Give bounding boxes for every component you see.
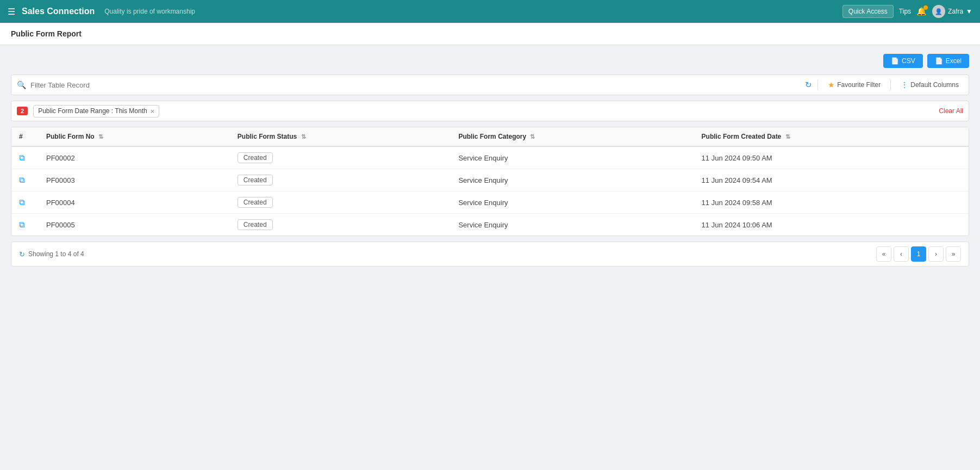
- search-input[interactable]: [30, 81, 801, 89]
- menu-icon[interactable]: ☰: [8, 7, 15, 17]
- row-status: Created: [230, 214, 451, 236]
- row-created-date: 11 Jun 2024 09:50 AM: [694, 146, 969, 169]
- status-badge: Created: [238, 219, 273, 230]
- default-columns-button[interactable]: ⋮ Default Columns: [896, 78, 963, 91]
- pagination-bar: ↻ Showing 1 to 4 of 4 « ‹ 1 › »: [11, 242, 969, 267]
- tips-link[interactable]: Tips: [899, 8, 911, 15]
- col-num: #: [11, 127, 39, 146]
- sort-icon-status: ⇅: [301, 133, 306, 140]
- row-category: Service Enquiry: [451, 146, 694, 169]
- csv-export-button[interactable]: 📄 CSV: [883, 54, 923, 68]
- row-status: Created: [230, 191, 451, 214]
- notification-dot: [923, 5, 928, 10]
- row-category: Service Enquiry: [451, 214, 694, 236]
- search-icon: 🔍: [17, 81, 26, 89]
- open-record-icon[interactable]: ⧉: [19, 197, 25, 207]
- star-icon: ★: [828, 81, 835, 89]
- csv-icon: 📄: [891, 57, 899, 65]
- main-content: 📄 CSV 📄 Excel 🔍 ↻ ★ Favourite Filter ⋮ D…: [0, 45, 980, 275]
- export-toolbar: 📄 CSV 📄 Excel: [11, 54, 969, 68]
- page-title-bar: Public Form Report: [0, 23, 980, 45]
- col-status[interactable]: Public Form Status ⇅: [230, 127, 451, 146]
- table-row: ⧉ PF00003 Created Service Enquiry 11 Jun…: [11, 169, 969, 191]
- open-record-icon[interactable]: ⧉: [19, 220, 25, 229]
- search-actions: ↻ ★ Favourite Filter ⋮ Default Columns: [805, 78, 963, 91]
- chevron-down-icon: ▼: [966, 8, 972, 15]
- filter-count-badge: 2: [17, 107, 28, 115]
- favourite-filter-button[interactable]: ★ Favourite Filter: [823, 78, 885, 91]
- header-right: Quick Access Tips 🔔 👤 Zafra ▼: [842, 5, 972, 18]
- row-status: Created: [230, 169, 451, 191]
- row-category: Service Enquiry: [451, 191, 694, 214]
- row-form-no: PF00002: [39, 146, 230, 169]
- row-status: Created: [230, 146, 451, 169]
- row-form-no: PF00003: [39, 169, 230, 191]
- row-open-icon-cell: ⧉: [11, 214, 39, 236]
- refresh-icon[interactable]: ↻: [805, 80, 812, 90]
- search-bar: 🔍 ↻ ★ Favourite Filter ⋮ Default Columns: [11, 75, 969, 95]
- sort-icon-form-no: ⇅: [98, 133, 103, 140]
- prev-page-button[interactable]: ‹: [894, 246, 909, 262]
- table-row: ⧉ PF00002 Created Service Enquiry 11 Jun…: [11, 146, 969, 169]
- excel-export-button[interactable]: 📄 Excel: [927, 54, 969, 68]
- divider: [817, 79, 818, 90]
- avatar: 👤: [932, 5, 945, 18]
- row-category: Service Enquiry: [451, 169, 694, 191]
- filter-row: 2 Public Form Date Range : This Month × …: [11, 101, 969, 121]
- status-badge: Created: [238, 152, 273, 163]
- row-open-icon-cell: ⧉: [11, 191, 39, 214]
- row-open-icon-cell: ⧉: [11, 146, 39, 169]
- showing-text: Showing 1 to 4 of 4: [28, 250, 84, 258]
- page-1-button[interactable]: 1: [911, 246, 926, 262]
- data-table: # Public Form No ⇅ Public Form Status ⇅ …: [11, 127, 969, 236]
- filter-tag-label: Public Form Date Range : This Month: [38, 107, 147, 115]
- user-menu[interactable]: 👤 Zafra ▼: [932, 5, 972, 18]
- row-form-no: PF00004: [39, 191, 230, 214]
- quick-access-button[interactable]: Quick Access: [842, 5, 894, 18]
- col-category[interactable]: Public Form Category ⇅: [451, 127, 694, 146]
- row-open-icon-cell: ⧉: [11, 169, 39, 191]
- sort-icon-category: ⇅: [530, 133, 535, 140]
- row-created-date: 11 Jun 2024 09:58 AM: [694, 191, 969, 214]
- status-badge: Created: [238, 197, 273, 208]
- col-created-date[interactable]: Public Form Created Date ⇅: [694, 127, 969, 146]
- app-header: ☰ Sales Connection Quality is pride of w…: [0, 0, 980, 23]
- first-page-button[interactable]: «: [876, 246, 891, 262]
- app-title: Sales Connection: [22, 7, 95, 16]
- open-record-icon[interactable]: ⧉: [19, 153, 25, 162]
- col-form-no[interactable]: Public Form No ⇅: [39, 127, 230, 146]
- next-page-button[interactable]: ›: [928, 246, 944, 262]
- row-created-date: 11 Jun 2024 10:06 AM: [694, 214, 969, 236]
- filter-tag: Public Form Date Range : This Month ×: [33, 105, 159, 118]
- notifications-icon[interactable]: 🔔: [916, 7, 927, 16]
- last-page-button[interactable]: »: [946, 246, 961, 262]
- excel-icon: 📄: [935, 57, 943, 65]
- app-subtitle: Quality is pride of workmanship: [104, 8, 195, 15]
- status-badge: Created: [238, 175, 273, 185]
- sort-icon-date: ⇅: [785, 133, 790, 140]
- table-header-row: # Public Form No ⇅ Public Form Status ⇅ …: [11, 127, 969, 146]
- pagination-refresh-icon[interactable]: ↻: [19, 250, 25, 258]
- pagination-controls: « ‹ 1 › »: [876, 246, 961, 262]
- clear-all-button[interactable]: Clear All: [939, 107, 963, 115]
- row-form-no: PF00005: [39, 214, 230, 236]
- table-row: ⧉ PF00004 Created Service Enquiry 11 Jun…: [11, 191, 969, 214]
- columns-icon: ⋮: [901, 81, 908, 89]
- open-record-icon[interactable]: ⧉: [19, 175, 25, 184]
- row-created-date: 11 Jun 2024 09:54 AM: [694, 169, 969, 191]
- user-name: Zafra: [948, 8, 963, 15]
- filter-tag-close-icon[interactable]: ×: [151, 107, 155, 115]
- page-title: Public Form Report: [11, 29, 82, 38]
- divider2: [890, 79, 891, 90]
- pagination-info: ↻ Showing 1 to 4 of 4: [19, 250, 84, 258]
- table-row: ⧉ PF00005 Created Service Enquiry 11 Jun…: [11, 214, 969, 236]
